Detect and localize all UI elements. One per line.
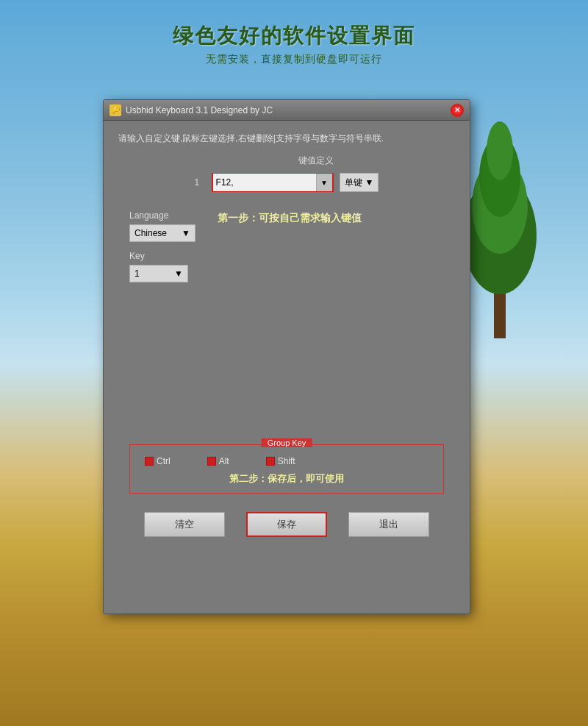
header: 绿色友好的软件设置界面 无需安装，直接复制到硬盘即可运行 bbox=[0, 22, 588, 66]
right-col: 第一步：可按自己需求输入键值 bbox=[210, 210, 444, 282]
left-col: Language Chinese ▼ Key 1 ▼ bbox=[129, 210, 210, 282]
key-select-arrow: ▼ bbox=[174, 268, 183, 279]
language-select[interactable]: Chinese ▼ bbox=[129, 224, 196, 242]
key-select[interactable]: 1 ▼ bbox=[129, 265, 188, 282]
key-label: Key bbox=[129, 251, 210, 261]
exit-button[interactable]: 退出 bbox=[348, 512, 429, 537]
key-type-value: 单键 bbox=[345, 177, 362, 189]
app-icon: 🔑 bbox=[110, 104, 121, 116]
key-value: 1 bbox=[135, 268, 140, 279]
checkbox-row: Ctrl Alt Shift bbox=[145, 456, 429, 466]
dialog-title: Usbhid Keyboard 3.1 Designed by JC bbox=[126, 105, 273, 115]
key-type-select[interactable]: 单键 ▼ bbox=[340, 173, 379, 192]
close-button[interactable]: ✕ bbox=[451, 104, 464, 117]
step2-text: 第二步：保存后，即可使用 bbox=[145, 472, 429, 485]
clear-button[interactable]: 清空 bbox=[144, 512, 225, 537]
instruction-text: 请输入自定义键,鼠标左键选择,右键删除|支持字母与数字与符号串联. bbox=[118, 132, 455, 146]
alt-label: Alt bbox=[219, 456, 229, 466]
key-dropdown-arrow[interactable]: ▼ bbox=[316, 174, 332, 191]
row-number: 1 bbox=[195, 177, 206, 188]
group-key-title: Group Key bbox=[262, 438, 312, 447]
group-key-box: Group Key Ctrl Alt Shift 第 bbox=[129, 444, 444, 494]
key-input[interactable] bbox=[213, 174, 316, 191]
header-title: 绿色友好的软件设置界面 bbox=[0, 22, 588, 50]
shift-label: Shift bbox=[278, 456, 295, 466]
language-value: Chinese bbox=[135, 228, 167, 238]
language-arrow: ▼ bbox=[182, 228, 190, 238]
bottom-buttons: 清空 保存 退出 bbox=[118, 501, 455, 548]
title-bar: 🔑 Usbhid Keyboard 3.1 Designed by JC ✕ bbox=[104, 100, 470, 121]
language-label: Language bbox=[129, 210, 210, 221]
ctrl-checkbox-item: Ctrl bbox=[145, 456, 171, 466]
key-def-label: 键值定义 bbox=[177, 154, 455, 167]
dialog-window: 🔑 Usbhid Keyboard 3.1 Designed by JC ✕ 请… bbox=[103, 99, 470, 614]
ctrl-label: Ctrl bbox=[157, 456, 171, 466]
main-section: Language Chinese ▼ Key 1 ▼ 第一步：可按自己需求输入键… bbox=[118, 203, 455, 282]
header-subtitle: 无需安装，直接复制到硬盘即可运行 bbox=[0, 53, 588, 66]
title-bar-left: 🔑 Usbhid Keyboard 3.1 Designed by JC bbox=[110, 104, 273, 116]
alt-checkbox-item: Alt bbox=[207, 456, 229, 466]
dialog-content: 请输入自定义键,鼠标左键选择,右键删除|支持字母与数字与符号串联. 键值定义 1… bbox=[104, 121, 470, 559]
shift-checkbox[interactable] bbox=[266, 457, 275, 466]
alt-checkbox[interactable] bbox=[207, 457, 216, 466]
svg-point-4 bbox=[487, 121, 513, 180]
key-input-wrapper: ▼ bbox=[212, 173, 334, 192]
save-button[interactable]: 保存 bbox=[246, 512, 327, 537]
group-key-content: Ctrl Alt Shift 第二步：保存后，即可使用 bbox=[130, 445, 443, 493]
key-type-arrow: ▼ bbox=[365, 177, 374, 188]
shift-checkbox-item: Shift bbox=[266, 456, 295, 466]
spacer bbox=[118, 282, 455, 430]
step1-text: 第一步：可按自己需求输入键值 bbox=[218, 212, 444, 225]
ctrl-checkbox[interactable] bbox=[145, 457, 154, 466]
